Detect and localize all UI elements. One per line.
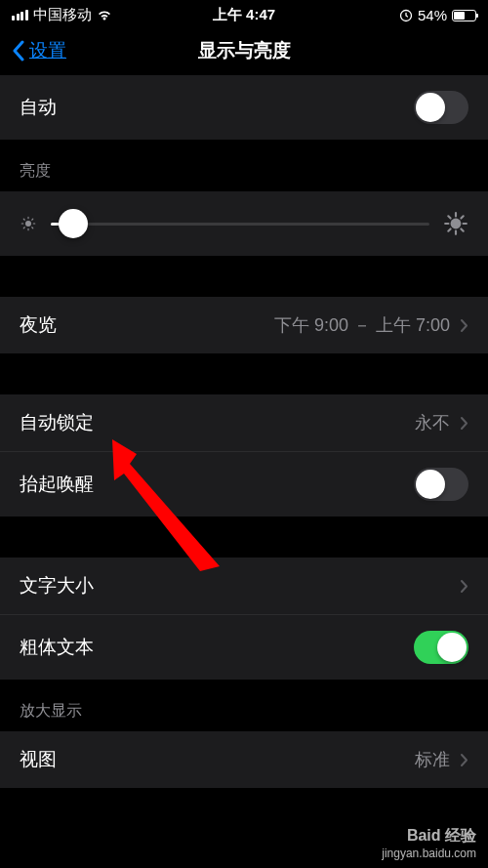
view-value: 标准 [415, 748, 450, 771]
carrier-label: 中国移动 [33, 6, 92, 24]
status-left: 中国移动 [12, 6, 112, 24]
status-time: 上午 4:47 [213, 6, 275, 24]
auto-toggle[interactable] [414, 91, 468, 124]
bold-text-label: 粗体文本 [20, 635, 94, 660]
battery-percent: 54% [418, 7, 447, 23]
view-label: 视图 [20, 747, 57, 772]
auto-lock-row[interactable]: 自动锁定 永不 [0, 394, 488, 451]
back-button[interactable]: 设置 [12, 38, 66, 63]
brightness-slider[interactable] [51, 223, 429, 226]
watermark: Baid 经验 jingyan.baidu.com [382, 826, 476, 860]
text-size-label: 文字大小 [20, 573, 94, 599]
sun-small-icon [20, 215, 37, 232]
chevron-left-icon [12, 40, 25, 62]
bold-text-row[interactable]: 粗体文本 [0, 614, 488, 680]
auto-row[interactable]: 自动 [0, 75, 488, 140]
status-bar: 中国移动 上午 4:47 54% [0, 0, 488, 30]
slider-thumb[interactable] [59, 209, 88, 238]
auto-label: 自动 [20, 95, 57, 120]
raise-to-wake-label: 抬起唤醒 [20, 472, 94, 497]
bold-text-toggle[interactable] [414, 631, 468, 664]
signal-icon [12, 10, 28, 21]
back-label: 设置 [29, 38, 66, 63]
wifi-icon [97, 10, 112, 21]
view-row[interactable]: 视图 标准 [0, 731, 488, 788]
chevron-right-icon [460, 318, 468, 333]
watermark-sub: jingyan.baidu.com [382, 847, 476, 860]
text-size-row[interactable]: 文字大小 [0, 558, 488, 614]
brightness-slider-row [0, 191, 488, 256]
auto-lock-label: 自动锁定 [20, 410, 94, 435]
nav-header: 设置 显示与亮度 [0, 30, 488, 75]
raise-to-wake-row[interactable]: 抬起唤醒 [0, 451, 488, 517]
page-title: 显示与亮度 [198, 38, 291, 63]
raise-to-wake-toggle[interactable] [414, 468, 468, 501]
auto-lock-value: 永不 [415, 411, 450, 434]
svg-point-2 [451, 219, 462, 229]
zoom-header: 放大显示 [0, 680, 488, 731]
chevron-right-icon [460, 579, 468, 594]
rotation-lock-icon [399, 9, 413, 22]
brightness-header: 亮度 [0, 140, 488, 191]
night-shift-value: 下午 9:00 － 上午 7:00 [274, 313, 450, 337]
chevron-right-icon [460, 416, 468, 431]
sun-large-icon [443, 211, 468, 236]
status-right: 54% [399, 7, 476, 23]
svg-point-1 [25, 221, 31, 227]
chevron-right-icon [460, 753, 468, 767]
battery-icon [452, 10, 476, 21]
watermark-main: Baid 经验 [382, 826, 476, 847]
night-shift-label: 夜览 [20, 312, 57, 338]
night-shift-row[interactable]: 夜览 下午 9:00 － 上午 7:00 [0, 297, 488, 353]
